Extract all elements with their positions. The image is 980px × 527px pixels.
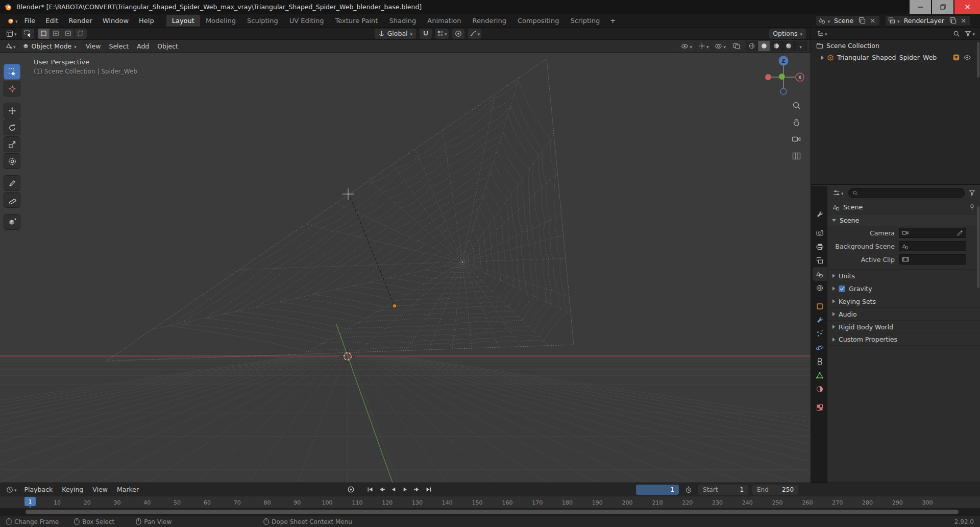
start-frame-field[interactable]: Start1	[698, 485, 748, 495]
section-gravity[interactable]: Gravity	[827, 282, 980, 295]
next-keyframe-button[interactable]	[411, 485, 423, 494]
timeline-scrollbar-track[interactable]	[0, 508, 980, 516]
move-tool-button[interactable]	[4, 103, 20, 118]
outliner-search-button[interactable]	[952, 29, 961, 38]
properties-tab-modifiers[interactable]	[813, 313, 827, 327]
menu-help[interactable]: Help	[134, 15, 159, 27]
minimize-button[interactable]	[910, 0, 931, 14]
shading-material-button[interactable]	[770, 41, 782, 51]
section-units[interactable]: Units	[827, 269, 980, 282]
active-tool-indicator[interactable]	[22, 29, 34, 39]
section-custom-properties[interactable]: Custom Properties	[827, 333, 980, 346]
timeline-menu-view[interactable]: View	[88, 484, 112, 495]
navigation-gizmo[interactable]: Z X	[760, 54, 807, 101]
blender-app-menu[interactable]	[5, 15, 19, 26]
camera-field[interactable]	[899, 228, 966, 238]
pan-button[interactable]	[790, 116, 802, 128]
properties-editor-type-button[interactable]	[831, 188, 845, 198]
timeline-menu-keying[interactable]: Keying	[57, 484, 88, 495]
axis-x-ball[interactable]	[765, 74, 771, 80]
outliner-filter-dropdown[interactable]	[963, 29, 976, 39]
scene-panel-header[interactable]: Scene	[827, 214, 980, 226]
properties-filter-button[interactable]	[968, 188, 976, 197]
zoom-button[interactable]	[790, 100, 802, 111]
close-button[interactable]	[954, 0, 980, 14]
viewport-menu-object[interactable]: Object	[153, 40, 182, 52]
workspace-tab-scripting[interactable]: Scripting	[565, 15, 605, 27]
select-mode-invert-button[interactable]	[75, 29, 87, 39]
properties-tab-constraints[interactable]	[813, 354, 827, 368]
menu-render[interactable]: Render	[63, 15, 97, 27]
properties-tab-physics[interactable]	[813, 341, 827, 354]
hide-eye-icon[interactable]	[963, 54, 971, 61]
workspace-tab-shading[interactable]: Shading	[383, 15, 422, 27]
overlays-dropdown[interactable]	[713, 41, 727, 51]
object-visibility-dropdown[interactable]	[679, 41, 694, 51]
add-workspace-button[interactable]: +	[605, 15, 620, 26]
properties-tab-output[interactable]	[813, 239, 827, 253]
axis-y-ball[interactable]	[779, 74, 785, 80]
annotate-tool-button[interactable]	[4, 175, 20, 191]
timeline-menu-marker[interactable]: Marker	[112, 484, 143, 495]
outliner-row-scene-collection[interactable]: Scene Collection	[811, 40, 980, 52]
scene-selector[interactable]: Scene	[815, 15, 880, 26]
viewport-scene[interactable]	[0, 53, 811, 483]
xray-toggle[interactable]	[730, 41, 743, 51]
properties-tab-tool[interactable]	[813, 207, 827, 221]
workspace-tab-uv-editing[interactable]: UV Editing	[284, 15, 330, 27]
snap-toggle-button[interactable]	[420, 29, 432, 39]
axis-z-neg-ball[interactable]	[780, 88, 787, 94]
add-cube-tool-button[interactable]	[4, 214, 20, 230]
properties-tab-object[interactable]	[813, 299, 827, 313]
viewport-editor-type-button[interactable]	[4, 41, 17, 51]
workspace-tab-texture-paint[interactable]: Texture Paint	[330, 15, 384, 27]
gizmos-dropdown[interactable]	[697, 41, 710, 51]
properties-tab-material[interactable]	[813, 382, 827, 396]
proportional-editing-toggle[interactable]	[452, 29, 464, 39]
workspace-tab-modeling[interactable]: Modeling	[200, 15, 241, 27]
timeline-editor-type-button[interactable]	[5, 485, 18, 495]
previous-keyframe-button[interactable]	[376, 485, 387, 494]
properties-search-input[interactable]	[861, 189, 961, 197]
new-scene-button[interactable]	[857, 16, 866, 25]
timeline-menu-playback[interactable]: Playback	[20, 484, 58, 495]
mode-dropdown[interactable]: Object Mode	[19, 41, 80, 51]
current-frame-field[interactable]: 1	[636, 485, 679, 495]
active-clip-field[interactable]	[899, 254, 966, 265]
properties-search-field[interactable]	[848, 188, 965, 198]
pin-icon[interactable]	[969, 204, 975, 210]
shading-wireframe-button[interactable]	[746, 41, 758, 51]
viewport-menu-view[interactable]: View	[82, 40, 105, 52]
shading-rendered-button[interactable]	[782, 41, 795, 51]
editor-type-button[interactable]	[5, 29, 18, 39]
end-frame-field[interactable]: End250	[752, 485, 798, 495]
properties-tab-particles[interactable]	[813, 327, 827, 341]
snap-settings-dropdown[interactable]	[435, 29, 449, 39]
proportional-falloff-dropdown[interactable]	[468, 29, 482, 39]
timeline-scrollbar-thumb[interactable]	[26, 510, 959, 514]
eyedropper-icon[interactable]	[957, 230, 963, 236]
jump-to-start-button[interactable]	[364, 485, 376, 494]
properties-tab-object-data[interactable]	[813, 368, 827, 382]
properties-tab-scene[interactable]	[813, 267, 827, 281]
menu-window[interactable]: Window	[97, 15, 134, 27]
section-rigid-body-world[interactable]: Rigid Body World	[827, 320, 980, 333]
rotate-tool-button[interactable]	[4, 119, 20, 135]
workspace-tab-rendering[interactable]: Rendering	[467, 15, 512, 27]
play-button[interactable]	[400, 485, 411, 494]
view-layer-selector[interactable]: RenderLayer	[885, 15, 971, 26]
auto-keying-toggle[interactable]	[345, 485, 356, 494]
viewport-menu-select[interactable]: Select	[105, 40, 133, 52]
camera-view-button[interactable]	[790, 133, 802, 145]
viewport-canvas[interactable]: User Perspective (1) Scene Collection | …	[0, 53, 811, 483]
select-mode-set-button[interactable]	[38, 29, 50, 39]
play-reverse-button[interactable]	[388, 485, 399, 494]
transform-orientation-dropdown[interactable]: Global	[375, 29, 416, 39]
properties-tab-world[interactable]	[813, 281, 827, 295]
menu-edit[interactable]: Edit	[40, 15, 63, 27]
scale-tool-button[interactable]	[4, 136, 20, 152]
properties-tab-texture[interactable]	[813, 400, 827, 414]
cursor-tool-button[interactable]	[4, 81, 20, 97]
outliner-scrollbar[interactable]	[977, 42, 979, 78]
measure-tool-button[interactable]	[4, 192, 20, 208]
